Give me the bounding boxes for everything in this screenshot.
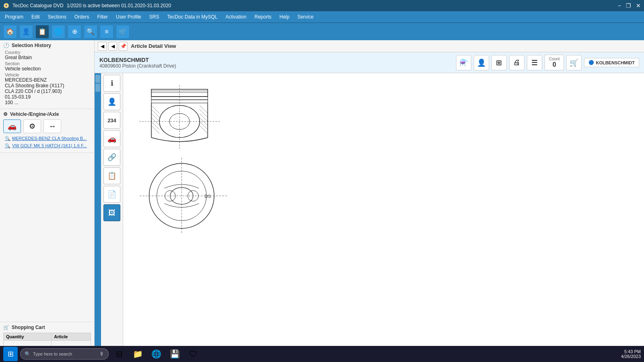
blue-tab-strip xyxy=(95,73,101,351)
tab-links[interactable]: 🔗 xyxy=(103,149,120,166)
svg-line-16 xyxy=(200,109,208,117)
toolbar-link[interactable]: ⊕ xyxy=(68,25,81,39)
toolbar-user[interactable]: 👤 xyxy=(19,25,33,39)
start-button[interactable]: ⊞ xyxy=(3,347,18,361)
taskbar-time: 5:43 PM xyxy=(621,349,641,354)
tab-image[interactable]: 🖼 xyxy=(103,204,120,221)
article-nav: ◀ ◀ 📌 Article Detail View xyxy=(95,40,644,52)
vehicle-type-axle[interactable]: ↔ xyxy=(43,119,61,133)
taskbar-search[interactable]: 🔍 Type here to search 🎙 xyxy=(20,348,109,360)
menu-edit[interactable]: Edit xyxy=(28,13,43,21)
cart-col-qty: Quantity xyxy=(4,333,52,341)
left-tab-panel: ℹ 👤 234 🚗 🔗 📋 📄 🖼 xyxy=(101,73,123,351)
svg-line-11 xyxy=(151,113,159,121)
action-cart-btn[interactable]: 🛒 xyxy=(566,55,582,70)
taskbar-files[interactable]: 📁 xyxy=(130,347,146,361)
svg-line-19 xyxy=(200,121,208,130)
vehicle-engine-section: ⚙ Vehicle-/Engine-/Axle 🚗 ⚙ ↔ 🔍 MERCEDES… xyxy=(0,109,94,153)
piston-top-svg xyxy=(139,85,220,150)
menu-activation[interactable]: Activation xyxy=(222,13,250,21)
tab-doc[interactable]: 📋 xyxy=(103,167,120,184)
vehicle-link-2[interactable]: 🔍 VW GOLF MK 5 HATCH (1K1) 1.6 F... xyxy=(3,143,91,149)
svg-line-9 xyxy=(151,105,159,113)
menu-user-profile[interactable]: User Profile xyxy=(113,13,144,21)
mic-icon: 🎙 xyxy=(99,351,104,357)
menu-sections[interactable]: Sections xyxy=(45,13,70,21)
vehicle-engine: CLA 220 CDI / d (117.903) xyxy=(5,88,91,94)
toolbar-globe[interactable]: 🌐 xyxy=(52,25,65,39)
toolbar-home[interactable]: 🏠 xyxy=(3,25,17,39)
svg-line-10 xyxy=(151,109,159,117)
count-label: Count xyxy=(549,57,560,61)
toolbar-catalog[interactable]: 📋 xyxy=(35,25,49,39)
blue-tab-2[interactable] xyxy=(95,84,100,92)
tab-info[interactable]: ℹ xyxy=(103,75,120,92)
tab-contact[interactable]: 👤 xyxy=(103,93,120,110)
taskbar-search-text: Type here to search xyxy=(33,352,72,356)
title-bar-version: 1/2020 is active between 01.01.2020-31.0… xyxy=(67,3,171,8)
section-value: Vehicle selection xyxy=(5,66,91,72)
svg-text:DS: DS xyxy=(204,194,211,199)
svg-line-13 xyxy=(151,121,159,130)
article-brand: KOLBENSCHMIDT xyxy=(99,57,176,63)
minimize-btn[interactable]: − xyxy=(618,2,621,9)
vehicle-model: CLA Shooting Brake (X117) xyxy=(5,83,91,88)
menu-srs[interactable]: SRS xyxy=(146,13,163,21)
history-icon: 🕐 xyxy=(3,43,9,48)
sidebar: 🕐 Selection History Country Great Britai… xyxy=(0,40,95,351)
image-view: DS xyxy=(123,73,644,351)
search-icon: 🔍 xyxy=(25,351,31,357)
tab-doc2[interactable]: 📄 xyxy=(103,186,120,203)
svg-line-14 xyxy=(151,125,159,134)
toolbar-menu[interactable]: ≡ xyxy=(100,25,114,39)
taskbar-task-view[interactable]: ⊟ xyxy=(111,347,127,361)
menu-bar: Program Edit Sections Orders Filter User… xyxy=(0,11,644,23)
menu-orders[interactable]: Orders xyxy=(71,13,93,21)
piston-drawing: DS xyxy=(131,81,236,238)
blue-tab-1[interactable] xyxy=(95,75,100,83)
title-bar-text: TecDoc Catalogue DVD xyxy=(12,3,64,8)
brand-logo-text: KOLBENSCHMIDT xyxy=(596,60,635,65)
svg-line-12 xyxy=(151,117,159,125)
taskbar-browser[interactable]: 🌐 xyxy=(148,347,164,361)
action-list-btn[interactable]: ☰ xyxy=(527,55,542,70)
action-user-btn[interactable]: 👤 xyxy=(474,55,489,70)
main-layout: 🕐 Selection History Country Great Britai… xyxy=(0,40,644,351)
cart-col-article: Article xyxy=(52,333,91,341)
tab-numbers[interactable]: 234 xyxy=(103,112,120,129)
detail-body: ℹ 👤 234 🚗 🔗 📋 📄 🖼 xyxy=(95,73,644,351)
taskbar-shield[interactable]: 🛡 xyxy=(185,347,201,361)
taskbar: ⊞ 🔍 Type here to search 🎙 ⊟ 📁 🌐 💾 🛡 5:43… xyxy=(0,346,644,362)
country-value: Great Britain xyxy=(5,55,91,60)
taskbar-disk[interactable]: 💾 xyxy=(167,347,183,361)
menu-help[interactable]: Help xyxy=(276,13,293,21)
article-nav-title: Article Detail View xyxy=(131,43,176,49)
menu-filter[interactable]: Filter xyxy=(94,13,111,21)
menu-tecdoc[interactable]: TecDoc Data in MySQL xyxy=(164,13,221,21)
vehicle-type-engine[interactable]: ⚙ xyxy=(23,119,41,133)
content-area: ◀ ◀ 📌 Article Detail View KOLBENSCHMIDT … xyxy=(95,40,644,351)
history-title: Selection History xyxy=(12,43,51,48)
engine-section-icon: ⚙ xyxy=(3,111,8,117)
svg-rect-0 xyxy=(151,89,208,97)
section-label: Section xyxy=(5,61,91,66)
action-print-btn[interactable]: 🖨 xyxy=(509,55,524,70)
vehicle-type-car[interactable]: 🚗 xyxy=(3,119,21,133)
svg-line-18 xyxy=(200,117,208,125)
toolbar-cart[interactable]: 🛒 xyxy=(116,25,130,39)
menu-reports[interactable]: Reports xyxy=(251,13,275,21)
toolbar-search[interactable]: 🔍 xyxy=(84,25,97,39)
menu-service[interactable]: Service xyxy=(294,13,317,21)
nav-pin-btn[interactable]: 📌 xyxy=(119,42,128,51)
action-formula-btn[interactable]: ⚗️ xyxy=(456,55,471,70)
menu-program[interactable]: Program xyxy=(2,13,27,21)
close-btn[interactable]: ✕ xyxy=(636,2,641,9)
restore-btn[interactable]: ❐ xyxy=(626,2,631,9)
article-desc: 40809600 Piston (Crankshaft Drive) xyxy=(99,63,176,69)
tab-vehicle[interactable]: 🚗 xyxy=(103,130,120,147)
action-grid-btn[interactable]: ⊞ xyxy=(491,55,507,70)
nav-back-btn[interactable]: ◀ xyxy=(108,42,117,51)
svg-line-17 xyxy=(200,113,208,121)
vehicle-link-1[interactable]: 🔍 MERCEDES-BENZ CLA Shooting B... xyxy=(3,136,91,142)
nav-collapse-btn[interactable]: ◀ xyxy=(98,42,107,51)
